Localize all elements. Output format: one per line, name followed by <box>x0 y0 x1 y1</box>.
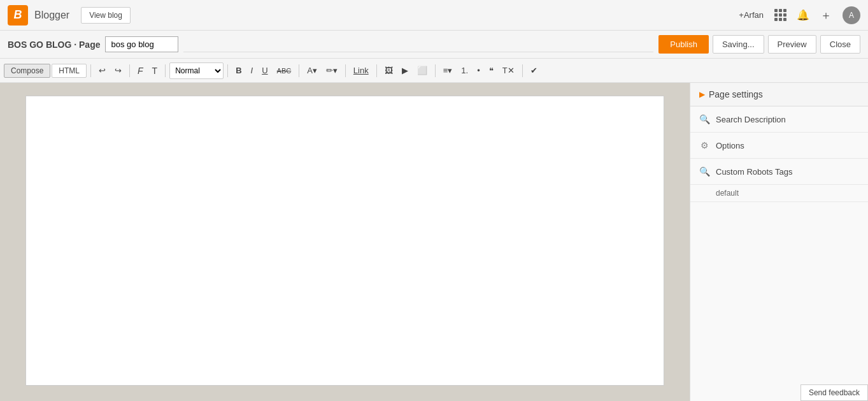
topbar: B Blogger View blog +Arfan 🔔 ＋ A <box>0 0 868 31</box>
sidebar: ▶ Page settings 🔍 Search Description ⚙ O… <box>690 83 868 401</box>
breadcrumb: BOS GO BLOG · Page <box>8 40 100 50</box>
custom-robots-default: default <box>690 185 868 202</box>
titlebar: BOS GO BLOG · Page Publish Saving... Pre… <box>0 31 868 59</box>
titlebar-actions: Publish Saving... Preview Close <box>658 35 860 54</box>
send-feedback-button[interactable]: Send feedback <box>800 384 868 401</box>
blogger-wordmark: Blogger <box>34 10 69 21</box>
underline-button[interactable]: U <box>258 64 271 77</box>
preview-button[interactable]: Preview <box>768 35 816 54</box>
search-description-item[interactable]: 🔍 Search Description <box>690 106 868 133</box>
create-icon[interactable]: ＋ <box>820 9 832 22</box>
unordered-list-button[interactable]: • <box>473 64 484 77</box>
sidebar-header: ▶ Page settings <box>690 83 868 106</box>
formatting-toolbar: Compose HTML ↩ ↪ F T Normal Heading 1 He… <box>0 59 868 83</box>
publish-button[interactable]: Publish <box>658 35 709 54</box>
view-blog-button[interactable]: View blog <box>81 7 131 24</box>
image-button[interactable]: 🖼 <box>381 64 397 77</box>
breadcrumb-page: Page <box>79 40 100 50</box>
format-dropdown[interactable]: Normal Heading 1 Heading 2 Heading 3 Hea… <box>169 62 224 79</box>
sidebar-title: Page settings <box>709 89 763 99</box>
video-button[interactable]: ▶ <box>398 64 412 77</box>
toolbar-separator-5 <box>299 64 299 77</box>
main-area: ▶ Page settings 🔍 Search Description ⚙ O… <box>0 83 868 401</box>
remove-format-button[interactable]: T✕ <box>499 64 518 77</box>
toolbar-separator-2 <box>129 64 130 77</box>
saving-button[interactable]: Saving... <box>713 35 764 54</box>
html-tab[interactable]: HTML <box>52 64 87 78</box>
highlight-button[interactable]: ✏▾ <box>322 64 341 77</box>
options-item[interactable]: ⚙ Options <box>690 133 868 159</box>
toolbar-separator-3 <box>165 64 166 77</box>
font-button[interactable]: F <box>134 64 147 78</box>
breadcrumb-separator: · <box>74 40 79 50</box>
undo-button[interactable]: ↩ <box>95 64 110 77</box>
editor-area <box>0 83 690 401</box>
blogger-logo: B <box>8 5 28 26</box>
avatar[interactable]: A <box>843 6 860 24</box>
redo-button[interactable]: ↪ <box>111 64 125 77</box>
topbar-icons: +Arfan 🔔 ＋ A <box>739 6 860 24</box>
ordered-list-button[interactable]: 1. <box>457 64 472 77</box>
post-title-input[interactable] <box>183 37 653 52</box>
search-description-label: Search Description <box>716 115 786 124</box>
spell-check-button[interactable]: ✔ <box>527 64 541 77</box>
search-description-icon: 🔍 <box>699 114 709 124</box>
user-name: +Arfan <box>739 10 764 20</box>
notifications-icon[interactable]: 🔔 <box>797 9 809 22</box>
toolbar-separator-6 <box>345 64 346 77</box>
sidebar-arrow-icon: ▶ <box>699 90 705 99</box>
toolbar-separator-7 <box>376 64 377 77</box>
custom-robots-label: Custom Robots Tags <box>716 167 792 177</box>
page-title-input[interactable] <box>105 36 178 52</box>
toolbar-separator-8 <box>435 64 436 77</box>
editor-content[interactable] <box>25 96 664 386</box>
close-button[interactable]: Close <box>820 35 860 54</box>
font-size-button[interactable]: T <box>148 64 162 78</box>
options-label: Options <box>716 141 744 150</box>
blockquote-button[interactable]: ❝ <box>485 64 497 77</box>
text-color-button[interactable]: A▾ <box>303 64 321 77</box>
toolbar-separator-1 <box>90 64 91 77</box>
italic-button[interactable]: I <box>247 64 257 77</box>
toolbar-separator-9 <box>522 64 523 77</box>
jump-break-button[interactable]: ⬜ <box>413 64 431 77</box>
compose-tab[interactable]: Compose <box>4 64 50 78</box>
strikethrough-button[interactable]: ABC <box>273 65 295 77</box>
link-button[interactable]: Link <box>350 64 373 77</box>
toolbar-separator-4 <box>227 64 228 77</box>
custom-robots-item[interactable]: 🔍 Custom Robots Tags <box>690 159 868 185</box>
custom-robots-icon: 🔍 <box>699 166 709 177</box>
apps-grid-icon[interactable] <box>774 9 786 22</box>
options-icon: ⚙ <box>699 140 709 150</box>
align-button[interactable]: ≡▾ <box>439 64 457 77</box>
bold-button[interactable]: B <box>232 64 245 77</box>
apps-grid <box>774 9 786 21</box>
blogger-logo-letter: B <box>14 8 22 22</box>
breadcrumb-blog: BOS GO BLOG <box>8 40 71 50</box>
